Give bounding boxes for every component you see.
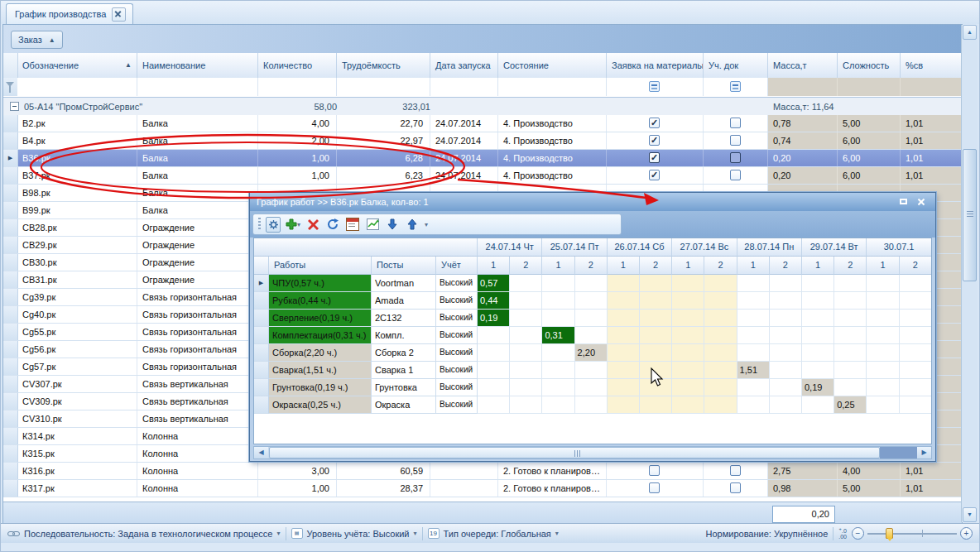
schedule-cell[interactable] bbox=[867, 275, 899, 292]
day-subcolumn-header[interactable]: 1 bbox=[672, 257, 704, 275]
schedule-cell[interactable] bbox=[834, 362, 867, 379]
work-cell[interactable]: Комплектация(0,31 ч.) bbox=[269, 327, 372, 344]
tab-close-icon[interactable] bbox=[112, 7, 126, 22]
vertical-scrollbar[interactable]: ▲ ▼ bbox=[961, 25, 978, 522]
schedule-cell[interactable] bbox=[640, 327, 672, 344]
refresh-icon[interactable] bbox=[325, 217, 340, 232]
schedule-cell[interactable] bbox=[704, 344, 737, 362]
schedule-cell[interactable] bbox=[834, 379, 867, 396]
schedule-cell[interactable] bbox=[608, 275, 640, 292]
filter-cell-state[interactable] bbox=[498, 78, 607, 96]
schedule-cell[interactable] bbox=[867, 292, 899, 310]
schedule-cell[interactable] bbox=[542, 292, 574, 310]
table-row[interactable]: К316.ркКолонна3,0060,592. Готово к плани… bbox=[3, 463, 962, 480]
mass-summary-editor[interactable]: 0,20 bbox=[772, 506, 835, 523]
filter-cell-name[interactable] bbox=[137, 78, 258, 96]
schedule-cell[interactable] bbox=[478, 344, 510, 362]
table-row[interactable]: B2.ркБалка4,0022,7024.07.20144. Производ… bbox=[3, 115, 962, 132]
day-subcolumn-header[interactable]: 1 bbox=[867, 257, 899, 275]
filter-cell-request[interactable] bbox=[607, 78, 704, 96]
schedule-cell[interactable] bbox=[672, 362, 704, 379]
column-header-mass[interactable]: Масса,т bbox=[768, 53, 838, 78]
schedule-cell[interactable] bbox=[575, 310, 608, 327]
delete-icon[interactable] bbox=[305, 217, 320, 232]
day-subcolumn-header[interactable]: 2 bbox=[704, 257, 737, 275]
schedule-cell[interactable] bbox=[770, 310, 802, 327]
vertical-scrollbar-thumb[interactable] bbox=[963, 149, 977, 281]
schedule-cell[interactable] bbox=[737, 379, 770, 396]
request-checkbox[interactable]: ✓ bbox=[649, 152, 660, 163]
column-header-state[interactable]: Состояние bbox=[498, 53, 607, 78]
column-header-qty[interactable]: Количество bbox=[258, 53, 337, 78]
schedule-cell[interactable] bbox=[608, 310, 640, 327]
day-subcolumn-header[interactable]: 1 bbox=[802, 257, 834, 275]
grid-filter-row[interactable] bbox=[3, 78, 962, 98]
schedule-cell[interactable] bbox=[834, 310, 867, 327]
filter-checkbox-icon[interactable] bbox=[730, 81, 741, 92]
work-cell[interactable]: Окраска(0,25 ч.) bbox=[269, 396, 372, 414]
schedule-cell[interactable] bbox=[478, 327, 510, 344]
date-group-header[interactable]: 25.07.14 Пт bbox=[542, 238, 607, 257]
filter-cell-qty[interactable] bbox=[258, 78, 337, 96]
scroll-right-icon[interactable]: ▶ bbox=[917, 447, 931, 458]
schedule-cell[interactable] bbox=[575, 292, 608, 310]
doc-checkbox[interactable] bbox=[730, 170, 741, 180]
schedule-cell[interactable] bbox=[510, 310, 542, 327]
account-dropdown[interactable]: Высокий▾ bbox=[436, 310, 478, 327]
schedule-cell[interactable] bbox=[867, 362, 899, 379]
schedule-cell[interactable]: 0,31 bbox=[542, 327, 574, 344]
schedule-cell[interactable] bbox=[737, 275, 770, 292]
filter-cell-complexity[interactable] bbox=[838, 78, 901, 96]
schedule-cell[interactable] bbox=[802, 396, 834, 414]
collapse-group-icon[interactable] bbox=[10, 102, 19, 111]
doc-checkbox[interactable] bbox=[730, 465, 741, 476]
schedule-cell[interactable] bbox=[640, 292, 672, 310]
request-checkbox[interactable] bbox=[649, 465, 660, 476]
request-checkbox[interactable]: ✓ bbox=[649, 170, 660, 180]
schedule-cell[interactable]: 0,19 bbox=[802, 379, 834, 396]
schedule-cell[interactable] bbox=[510, 327, 542, 344]
account-dropdown[interactable]: Высокий▾ bbox=[436, 379, 478, 396]
schedule-cell[interactable] bbox=[575, 379, 608, 396]
add-icon[interactable]: ▾ bbox=[286, 217, 300, 232]
sequence-status-button[interactable]: Последовательность: Задана в технологиче… bbox=[7, 528, 281, 539]
schedule-cell[interactable] bbox=[608, 396, 640, 414]
order-group-row[interactable]: 05-А14 "ПромСтройСервис" 58,00 323,01 Ма… bbox=[3, 97, 962, 117]
schedule-cell[interactable] bbox=[640, 362, 672, 379]
date-group-header[interactable]: 29.07.14 Вт bbox=[802, 238, 867, 257]
maximize-icon[interactable] bbox=[896, 195, 910, 209]
day-subcolumn-header[interactable]: 2 bbox=[640, 257, 672, 275]
schedule-cell[interactable] bbox=[900, 327, 932, 344]
schedule-cell[interactable] bbox=[672, 379, 704, 396]
table-row[interactable]: В37.ркБалка1,006,2324.07.20144. Производ… bbox=[3, 167, 962, 185]
schedule-cell[interactable] bbox=[542, 396, 574, 414]
decimal-places-icon[interactable]: ⁺.0.00 bbox=[838, 528, 847, 540]
schedule-cell[interactable]: 0,25 bbox=[834, 396, 867, 414]
schedule-cell[interactable] bbox=[802, 310, 834, 327]
account-dropdown[interactable]: Высокий▾ bbox=[436, 344, 478, 362]
work-cell[interactable]: Сварка(1,51 ч.) bbox=[269, 362, 372, 379]
schedule-cell[interactable] bbox=[867, 396, 899, 414]
schedule-cell[interactable] bbox=[672, 275, 704, 292]
schedule-cell[interactable] bbox=[737, 396, 770, 414]
schedule-cell[interactable] bbox=[770, 396, 802, 414]
work-cell[interactable]: ЧПУ(0,57 ч.) bbox=[269, 275, 372, 292]
zoom-out-icon[interactable]: − bbox=[852, 527, 864, 540]
date-group-header[interactable]: 28.07.14 Пн bbox=[737, 238, 802, 257]
table-row[interactable]: B4.ркБалка2,0022,9724.07.20144. Производ… bbox=[3, 132, 962, 150]
column-header-date[interactable]: Дата запуска bbox=[430, 53, 498, 78]
schedule-cell[interactable] bbox=[575, 396, 608, 414]
schedule-cell[interactable]: 1,51 bbox=[737, 362, 770, 379]
schedule-cell[interactable] bbox=[900, 344, 932, 362]
schedule-cell[interactable] bbox=[737, 292, 770, 310]
day-subcolumn-header[interactable]: 1 bbox=[542, 257, 574, 275]
request-checkbox[interactable] bbox=[649, 482, 660, 493]
popup-title-bar[interactable]: График работ >> В36.рк Балка, кол-во: 1 bbox=[250, 193, 935, 211]
schedule-cell[interactable] bbox=[900, 310, 932, 327]
schedule-cell[interactable] bbox=[672, 344, 704, 362]
schedule-cell[interactable] bbox=[737, 344, 770, 362]
queue-type-button[interactable]: 19 Тип очереди: Глобальная ▾ bbox=[428, 528, 559, 539]
doc-checkbox[interactable] bbox=[730, 152, 741, 163]
schedule-cell[interactable] bbox=[672, 292, 704, 310]
scroll-up-icon[interactable]: ▲ bbox=[963, 25, 977, 40]
